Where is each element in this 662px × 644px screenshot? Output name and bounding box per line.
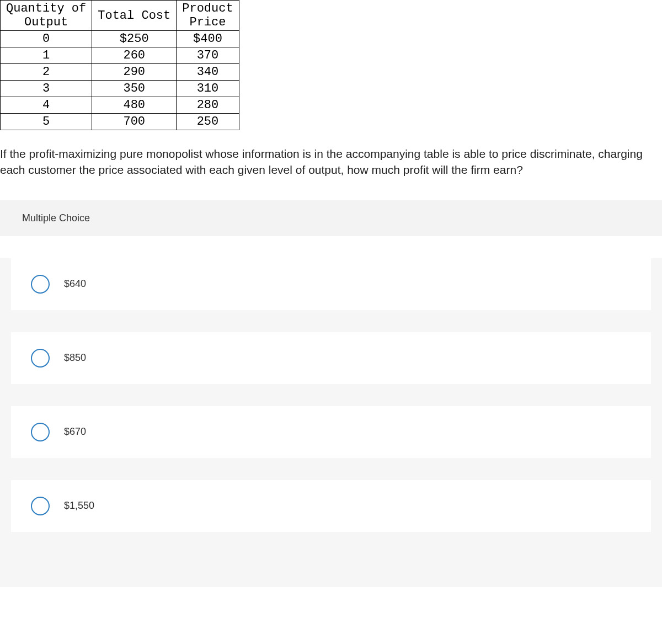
radio-circle-icon[interactable] — [31, 497, 50, 515]
option-row[interactable]: $670 — [11, 406, 651, 458]
header-line1: Quantity ofOutput — [6, 2, 86, 29]
table-row: 1 260 370 — [1, 47, 239, 64]
table-row: 4 480 280 — [1, 97, 239, 114]
radio-circle-icon[interactable] — [31, 275, 50, 294]
cell-price: 310 — [177, 81, 239, 97]
question-text: If the profit-maximizing pure monopolist… — [0, 146, 662, 178]
header-quantity: Quantity ofOutput — [1, 1, 92, 31]
table-row: 3 350 310 — [1, 81, 239, 97]
option-row[interactable]: $850 — [11, 332, 651, 384]
cell-cost: 480 — [92, 97, 177, 114]
options-area: $640 $850 $670 $1,550 — [0, 258, 662, 587]
option-label: $670 — [64, 426, 86, 438]
cell-price: 250 — [177, 114, 239, 130]
header-price-text: ProductPrice — [182, 2, 233, 29]
multiple-choice-header: Multiple Choice — [0, 200, 662, 236]
cell-price: 280 — [177, 97, 239, 114]
cell-cost: 290 — [92, 64, 177, 81]
cell-qty: 2 — [1, 64, 92, 81]
option-label: $850 — [64, 352, 86, 364]
cell-cost: 350 — [92, 81, 177, 97]
cell-price: $400 — [177, 31, 239, 47]
cell-qty: 1 — [1, 47, 92, 64]
cell-cost: 260 — [92, 47, 177, 64]
cell-qty: 5 — [1, 114, 92, 130]
cell-price: 370 — [177, 47, 239, 64]
radio-circle-icon[interactable] — [31, 349, 50, 368]
cell-price: 340 — [177, 64, 239, 81]
option-row[interactable]: $640 — [11, 258, 651, 310]
cell-qty: 0 — [1, 31, 92, 47]
table-row: 5 700 250 — [1, 114, 239, 130]
option-row[interactable]: $1,550 — [11, 480, 651, 532]
radio-circle-icon[interactable] — [31, 423, 50, 441]
cell-cost: 700 — [92, 114, 177, 130]
option-label: $640 — [64, 278, 86, 290]
header-price: ProductPrice — [177, 1, 239, 31]
table-row: 2 290 340 — [1, 64, 239, 81]
cell-qty: 4 — [1, 97, 92, 114]
header-cost: Total Cost — [92, 1, 177, 31]
table-row: 0 $250 $400 — [1, 31, 239, 47]
option-label: $1,550 — [64, 500, 94, 512]
data-table: Quantity ofOutput Total Cost ProductPric… — [0, 0, 239, 130]
cell-cost: $250 — [92, 31, 177, 47]
cell-qty: 3 — [1, 81, 92, 97]
